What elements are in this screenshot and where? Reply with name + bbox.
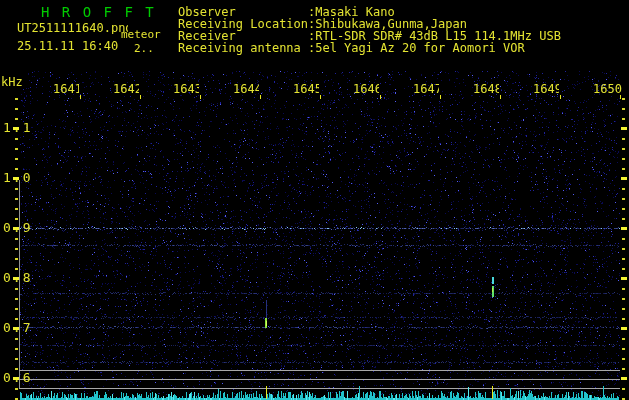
- datetime-label: 25.11.11 16:40: [17, 40, 118, 52]
- app-title: H R O F F T: [41, 5, 156, 19]
- x-axis-label: 1649: [533, 83, 559, 96]
- x-axis-label: 1645: [293, 83, 319, 96]
- y-axis-label: 1.1: [3, 121, 32, 134]
- y-axis-label: 1.0: [3, 171, 32, 184]
- hrofft-window: H R O F F T UT2511111640.png meteor 25.1…: [0, 0, 629, 400]
- x-axis-label: 1648: [473, 83, 499, 96]
- x-axis-label: 1644: [233, 83, 259, 96]
- x-axis-label: 1646: [353, 83, 379, 96]
- station-field-value: :5el Yagi Az 20 for Aomori VOR: [308, 42, 525, 54]
- spectrogram-canvas: [0, 0, 629, 400]
- x-axis-label: 1650: [593, 83, 625, 96]
- y-axis-label: 0.8: [3, 271, 32, 284]
- y-axis-label: 0.7: [3, 321, 32, 334]
- output-filename: UT2511111640.png: [17, 22, 128, 34]
- y-axis-label: 0.6: [3, 371, 32, 384]
- x-axis-label: 1641: [53, 83, 79, 96]
- observation-label: meteor: [121, 29, 161, 40]
- station-field-label: Receiving antenna: [178, 42, 301, 54]
- x-axis-label: 1642: [113, 83, 139, 96]
- echo-count-indicator: 2..: [134, 43, 154, 54]
- x-axis-label: 1647: [413, 83, 439, 96]
- x-axis-label: 1643: [173, 83, 199, 96]
- y-axis-label: 0.9: [3, 221, 32, 234]
- y-axis-unit-label: kHz: [1, 76, 23, 88]
